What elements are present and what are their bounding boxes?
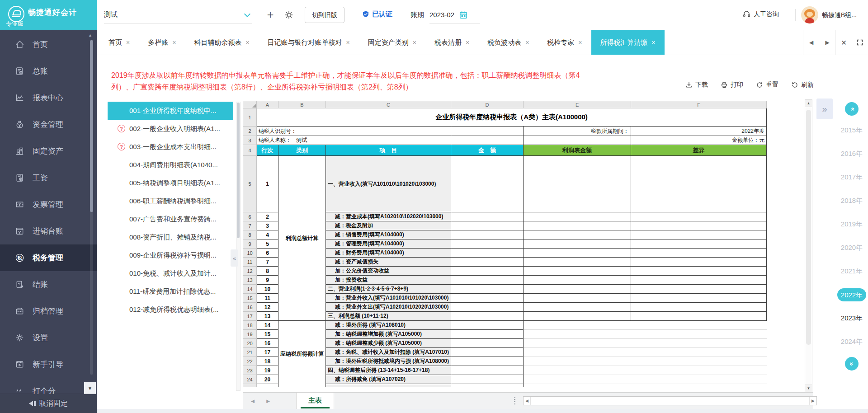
row-number[interactable]: 23	[243, 366, 257, 375]
row-number[interactable]	[243, 384, 257, 387]
sidebar-scrollbar-thumb[interactable]	[90, 40, 93, 212]
profit-cell[interactable]	[524, 285, 631, 294]
sidebar-scroll-down-icon[interactable]: ▼	[84, 382, 96, 394]
profit-cell[interactable]	[524, 156, 631, 212]
tab-subject-balance[interactable]: 科目辅助余额表×	[185, 30, 258, 55]
profit-cell[interactable]	[524, 312, 631, 321]
item-cell[interactable]: 减：纳税调整减少额 (填写A105000)	[326, 339, 451, 348]
close-icon[interactable]: ×	[126, 39, 130, 46]
profit-cell[interactable]	[524, 249, 631, 258]
row-number[interactable]: 1	[243, 108, 257, 127]
tab-multicolumn[interactable]: 多栏账×	[139, 30, 185, 55]
sidebar-item-closing[interactable]: 结账	[0, 271, 97, 298]
sidebar-item-tax-management[interactable]: 税 税务管理	[0, 244, 97, 271]
item-cell[interactable]: 减：销售费用(填写A104000)	[326, 230, 451, 239]
item-cell[interactable]: 加：营业外收入(填写A101010\101020\103000)	[326, 294, 451, 303]
diff-cell[interactable]	[631, 348, 767, 357]
sidebar-item-funds[interactable]: 资金管理	[0, 111, 97, 138]
years-scroll-up-button[interactable]: »	[845, 102, 859, 116]
sheet-scrollbar-thumb[interactable]	[806, 110, 811, 345]
item-cell[interactable]: 加：投资收益	[326, 276, 451, 285]
line-no-cell[interactable]: 11	[257, 294, 278, 303]
report-title-cell[interactable]: 企业所得税年度纳税申报表（A类）主表(A100000)	[257, 108, 767, 127]
close-icon[interactable]: ×	[346, 39, 350, 46]
row-number[interactable]: 17	[243, 312, 257, 321]
diff-cell[interactable]	[631, 156, 767, 212]
diff-cell[interactable]	[631, 230, 767, 239]
diff-cell[interactable]	[631, 339, 767, 348]
close-icon[interactable]: ×	[525, 39, 529, 46]
row-number[interactable]: 9	[243, 239, 257, 249]
amount-cell[interactable]	[451, 312, 524, 321]
diff-cell[interactable]	[631, 276, 767, 285]
header-profit-amount[interactable]: 利润表金额	[524, 145, 631, 156]
close-icon[interactable]: ×	[466, 39, 469, 46]
sidebar-item-salary[interactable]: 工资	[0, 164, 97, 191]
sidebar-item-settings[interactable]: 设置	[0, 324, 97, 351]
amount-cell[interactable]	[451, 258, 524, 267]
line-no-cell[interactable]: 14	[257, 321, 278, 330]
item-cell[interactable]: 二、营业利润(1-2-3-4-5-6-7+8+9)	[326, 285, 451, 294]
row-number[interactable]: 18	[243, 321, 257, 330]
cell[interactable]	[524, 136, 631, 145]
list-item[interactable]: 011-研发费用加计扣除优惠...	[108, 282, 233, 300]
row-number[interactable]: 8	[243, 230, 257, 239]
list-item[interactable]: 004-期间费用明细表(A1040...	[108, 156, 233, 174]
diff-cell[interactable]	[631, 267, 767, 276]
amount-cell[interactable]	[451, 267, 524, 276]
cell[interactable]	[451, 127, 524, 136]
profit-cell[interactable]	[524, 276, 631, 285]
item-cell[interactable]: 加：境外应税所得抵减境内亏损 (填写A108000)	[326, 357, 451, 366]
column-letter[interactable]: A	[257, 101, 278, 108]
line-no-cell[interactable]: 16	[257, 339, 278, 348]
line-no-cell[interactable]: 2	[257, 212, 278, 221]
taxpayer-id-cell[interactable]: 纳税人识别号：	[257, 127, 451, 136]
diff-cell[interactable]	[631, 239, 767, 249]
row-number[interactable]: 24	[243, 375, 257, 384]
line-no-cell[interactable]: 12	[257, 303, 278, 312]
diff-cell[interactable]	[631, 330, 767, 339]
amount-cell[interactable]	[451, 348, 524, 357]
select-all-corner[interactable]	[243, 101, 257, 108]
item-cell[interactable]: 减：免税、减计收入及加计扣除 (填写A107010)	[326, 348, 451, 357]
item-cell[interactable]: 加：公允价值变动收益	[326, 267, 451, 276]
amount-cell[interactable]	[451, 330, 524, 339]
header-item[interactable]: 项 目	[326, 145, 451, 156]
item-cell[interactable]: 加：纳税调整增加额 (填写A105000)	[326, 330, 451, 339]
amount-cell[interactable]	[451, 321, 524, 330]
year-item[interactable]: 2020年	[835, 236, 868, 259]
item-cell[interactable]: 减：所得减免 (填写A107020)	[326, 375, 451, 384]
year-item[interactable]: 2016年	[835, 142, 868, 165]
diff-cell[interactable]	[631, 366, 767, 375]
sheet-vertical-scrollbar[interactable]: ▲ ▼	[805, 99, 812, 392]
sidebar-item-home[interactable]: 首页	[0, 31, 97, 58]
line-no-cell[interactable]: 1	[257, 156, 278, 212]
item-cell[interactable]: 四、纳税调整后所得 (13-14+15-16-17+18)	[326, 366, 451, 375]
year-item-selected[interactable]: 2022年	[835, 283, 868, 306]
amount-cell[interactable]	[451, 239, 524, 249]
list-item[interactable]: 008-资产折旧、摊销及纳税...	[108, 228, 233, 246]
row-number[interactable]: 16	[243, 303, 257, 312]
amount-cell[interactable]	[451, 249, 524, 258]
year-item[interactable]: 2024年	[835, 330, 868, 353]
company-selector[interactable]: 测试	[104, 6, 252, 24]
item-cell[interactable]	[326, 384, 451, 387]
line-no-cell[interactable]: 7	[257, 258, 278, 267]
column-letter[interactable]: B	[278, 101, 326, 108]
item-cell[interactable]: 减：资产减值损失	[326, 258, 451, 267]
close-icon[interactable]: ×	[413, 39, 416, 46]
list-item[interactable]: 001-企业所得税年度纳税申...	[108, 102, 233, 120]
diff-cell[interactable]	[631, 212, 767, 221]
profit-cell[interactable]	[524, 294, 631, 303]
amount-cell[interactable]	[451, 212, 524, 221]
row-number[interactable]: 19	[243, 330, 257, 339]
diff-cell[interactable]	[631, 294, 767, 303]
category-band-cell[interactable]: 应纳税所得额计算	[278, 321, 326, 387]
diff-cell[interactable]	[631, 221, 767, 230]
support-button[interactable]: 人工咨询	[742, 10, 779, 19]
item-cell[interactable]: 三、利润总额 (10+11-12)	[326, 312, 451, 321]
scroll-up-icon[interactable]: ▲	[805, 100, 812, 107]
amount-cell[interactable]	[451, 156, 524, 212]
add-button[interactable]: ＋	[265, 7, 276, 22]
sidebar-item-beginner-guide[interactable]: 新手引导	[0, 351, 97, 378]
